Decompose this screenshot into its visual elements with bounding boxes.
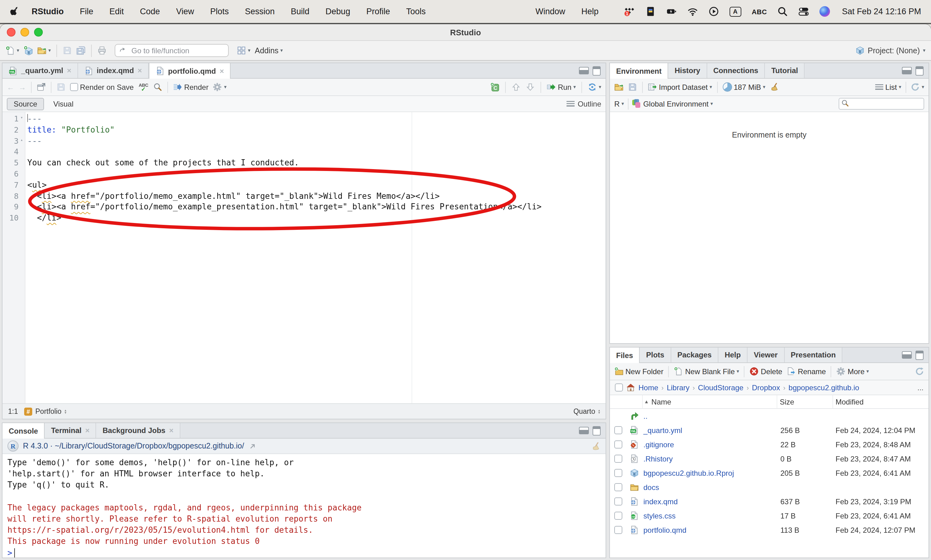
find-replace-icon[interactable] — [153, 82, 162, 92]
maximize-pane-icon[interactable] — [916, 66, 923, 75]
global-environment-selector[interactable]: Global Environment▾ — [632, 99, 713, 108]
breadcrumb-library[interactable]: Library — [667, 383, 689, 392]
fold-arrow-icon[interactable]: ▾ — [18, 113, 25, 125]
file-row[interactable]: .Rhistory0 BFeb 23, 2024, 8:47 AM — [610, 452, 928, 466]
file-checkbox[interactable] — [614, 440, 622, 449]
file-name-link[interactable]: .. — [642, 412, 778, 420]
input-source-icon[interactable]: A — [729, 6, 741, 17]
menu-plots[interactable]: Plots — [210, 7, 229, 16]
minimize-pane-icon[interactable] — [579, 427, 589, 434]
file-name-link[interactable]: docs — [642, 483, 778, 492]
apple-icon[interactable] — [10, 6, 20, 17]
home-icon[interactable] — [626, 383, 635, 392]
rename-button[interactable]: Rename — [786, 367, 826, 376]
save-document-button[interactable] — [56, 82, 66, 92]
tab-plots[interactable]: Plots — [640, 348, 671, 362]
maximize-pane-icon[interactable] — [916, 350, 923, 360]
tidal-icon[interactable] — [624, 6, 634, 17]
column-name[interactable]: ▲Name — [642, 395, 777, 408]
file-name-link[interactable]: portfolio.qmd — [642, 526, 778, 534]
menu-code[interactable]: Code — [140, 7, 160, 16]
menu-rstudio[interactable]: RStudio — [32, 7, 64, 16]
menu-build[interactable]: Build — [291, 7, 309, 16]
new-project-button[interactable] — [23, 46, 33, 55]
refresh-environment-button[interactable]: ▾ — [911, 82, 924, 92]
file-name-link[interactable]: index.qmd — [642, 497, 778, 506]
render-options-button[interactable]: ▾ — [213, 82, 227, 92]
column-size[interactable]: Size — [777, 395, 832, 408]
run-button[interactable]: Run▾ — [547, 82, 576, 92]
menu-file[interactable]: File — [80, 7, 94, 16]
go-previous-section-button[interactable] — [511, 82, 521, 92]
maximize-pane-icon[interactable] — [593, 426, 601, 435]
select-all-checkbox[interactable] — [615, 383, 623, 391]
outline-button[interactable]: Outline — [567, 99, 601, 108]
file-row[interactable]: index.qmd637 BFeb 23, 2024, 3:19 PM — [610, 494, 928, 509]
close-tab-icon[interactable]: × — [137, 66, 142, 75]
console-prompt[interactable]: > — [8, 547, 606, 557]
file-name-link[interactable]: styles.css — [642, 511, 778, 520]
tab-background-jobs[interactable]: Background Jobs× — [96, 423, 180, 438]
new-file-button[interactable]: ▾ — [6, 46, 19, 55]
file-checkbox[interactable] — [614, 426, 622, 434]
file-checkbox[interactable] — [614, 483, 622, 491]
code-editor[interactable]: 1▾---2title: "Portfolio"3▴---45You can c… — [3, 112, 606, 403]
menu-bar-clock[interactable]: Sat Feb 24 12:16 PM — [842, 7, 921, 16]
file-row[interactable]: bgpopescu2.github.io.Rproj205 BFeb 23, 2… — [610, 466, 928, 480]
visual-mode-button[interactable]: Visual — [47, 98, 80, 109]
menu-debug[interactable]: Debug — [325, 7, 350, 16]
close-tab-icon[interactable]: × — [169, 426, 174, 435]
menu-window[interactable]: Window — [536, 7, 565, 16]
import-dataset-button[interactable]: Import Dataset▾ — [648, 82, 712, 92]
console-output[interactable]: Type 'demo()' for some demos, 'help()' f… — [3, 454, 606, 557]
tab-environment[interactable]: Environment — [610, 63, 669, 78]
tab-terminal[interactable]: Terminal× — [45, 423, 96, 438]
environment-search-input[interactable] — [839, 98, 924, 110]
menu-help[interactable]: Help — [581, 7, 599, 16]
more-button[interactable]: More▾ — [837, 367, 869, 376]
project-menu-button[interactable]: Project: (None) ▾ — [855, 46, 925, 55]
file-name-link[interactable]: _quarto.yml — [642, 426, 778, 435]
breadcrumb-ellipsis[interactable]: ... — [917, 383, 923, 392]
tab--quarto-yml[interactable]: _quarto.yml× — [3, 63, 78, 78]
file-checkbox[interactable] — [614, 455, 622, 463]
tab-history[interactable]: History — [669, 63, 707, 78]
new-blank-file-button[interactable]: New Blank File▾ — [674, 367, 739, 376]
addins-button[interactable]: Addins▾ — [255, 46, 283, 55]
section-jump-menu[interactable]: # Portfolio ▴▾ — [24, 407, 66, 415]
print-button[interactable] — [97, 46, 106, 55]
tab-console[interactable]: Console — [3, 423, 45, 438]
file-name-link[interactable]: .gitignore — [642, 440, 778, 449]
file-checkbox[interactable] — [614, 497, 622, 506]
tab-tutorial[interactable]: Tutorial — [765, 63, 805, 78]
new-folder-button[interactable]: New Folder — [614, 367, 664, 376]
minimize-pane-icon[interactable] — [579, 67, 589, 74]
list-view-button[interactable]: List▾ — [876, 83, 901, 91]
forward-icon[interactable]: → — [18, 83, 26, 91]
siri-icon[interactable] — [820, 6, 830, 17]
file-name-link[interactable]: bgpopescu2.github.io.Rproj — [642, 469, 778, 477]
file-name-link[interactable]: .Rhistory — [642, 454, 778, 463]
tab-viewer[interactable]: Viewer — [748, 348, 785, 362]
open-file-button[interactable]: ▾ — [37, 46, 51, 55]
breadcrumb-home[interactable]: Home — [638, 383, 658, 392]
save-all-button[interactable] — [76, 46, 86, 55]
clear-environment-broom-icon[interactable] — [770, 82, 779, 92]
menu-profile[interactable]: Profile — [366, 7, 390, 16]
file-checkbox[interactable] — [614, 512, 622, 520]
addins-panel-button[interactable]: ▾ — [237, 46, 250, 55]
memory-usage-button[interactable]: 187 MiB▾ — [723, 82, 765, 92]
file-type-menu[interactable]: Quarto ▴▾ — [573, 408, 600, 415]
rerun-button[interactable]: ▾ — [587, 82, 601, 92]
clear-console-broom-icon[interactable] — [591, 442, 601, 451]
open-in-new-window-button[interactable] — [37, 82, 46, 92]
goto-file-input[interactable] — [115, 44, 229, 57]
source-mode-button[interactable]: Source — [7, 98, 44, 110]
maximize-pane-icon[interactable] — [593, 66, 601, 75]
play-icon[interactable] — [708, 6, 719, 17]
language-selector[interactable]: R▾ — [614, 99, 624, 108]
save-button[interactable] — [63, 46, 72, 55]
wifi-icon[interactable] — [687, 6, 698, 17]
tab-index-qmd[interactable]: index.qmd× — [78, 63, 149, 78]
minimize-pane-icon[interactable] — [902, 67, 912, 74]
